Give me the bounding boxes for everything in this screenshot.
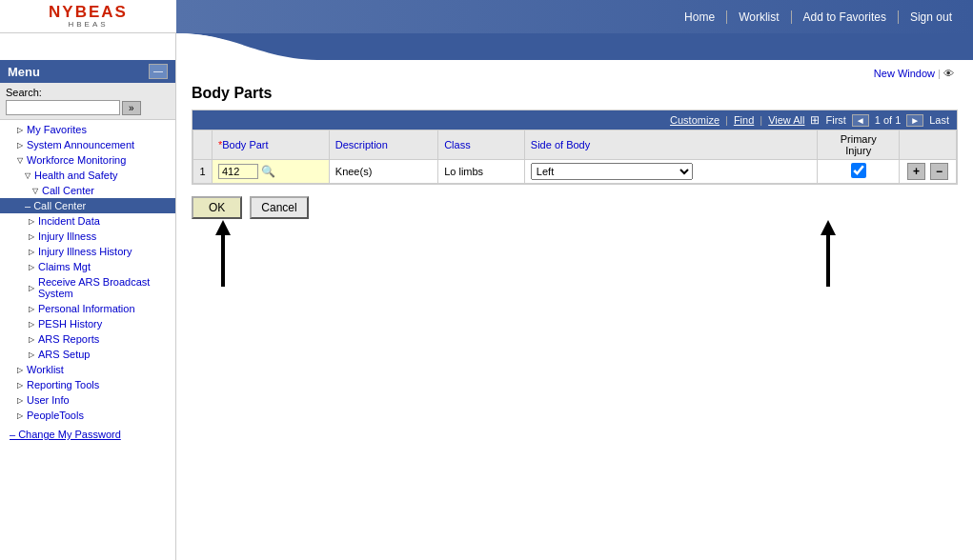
side-of-body-select[interactable]: Left Right Both N/A (531, 163, 693, 180)
pagination-first: First (825, 114, 845, 126)
logo-subtext: HBEAS (68, 20, 108, 29)
change-password-link[interactable]: – Change My Password (0, 425, 175, 444)
row-number: 1 (193, 160, 213, 184)
sidebar-link-worklist[interactable]: Worklist (27, 364, 64, 375)
body-part-cell: 🔍 (213, 160, 330, 184)
sidebar-item-incident-data[interactable]: ▷ Incident Data (0, 213, 175, 229)
triangle-icon: ▽ (25, 171, 30, 180)
nav-home[interactable]: Home (673, 10, 727, 24)
sidebar-item-personal-info[interactable]: ▷ Personal Information (0, 301, 175, 316)
sidebar-link-workforce-monitoring[interactable]: Workforce Monitoring (27, 154, 126, 166)
col-class-header: Class (438, 130, 525, 160)
top-nav: Home Worklist Add to Favorites Sign out (673, 0, 973, 33)
nav-sign-out[interactable]: Sign out (899, 10, 963, 24)
sidebar-link-reporting-tools[interactable]: Reporting Tools (27, 379, 99, 390)
sidebar-item-call-center[interactable]: – Call Center (0, 198, 175, 213)
sidebar-minimize-button[interactable]: — (149, 64, 168, 79)
sidebar-item-claims-mgt[interactable]: ▷ Claims Mgt (0, 259, 175, 274)
sidebar-item-injury-illness-history[interactable]: ▷ Injury Illness History (0, 244, 175, 259)
body-part-input[interactable] (218, 164, 258, 179)
nav-worklist[interactable]: Worklist (727, 10, 791, 24)
sidebar-link-receive-ars[interactable]: Receive ARS Broadcast System (38, 276, 170, 299)
sidebar-item-ars-reports[interactable]: ▷ ARS Reports (0, 331, 175, 347)
toolbar-sep2: | (760, 114, 762, 126)
sidebar-item-health-safety[interactable]: ▽ Health and Safety (0, 168, 175, 183)
triangle-icon: ▷ (29, 248, 34, 256)
body-part-search-button[interactable]: 🔍 (261, 165, 275, 178)
table-row: 1 🔍 Knee(s) Lo limbs Left Right (193, 160, 957, 184)
nav-add-favorites[interactable]: Add to Favorites (792, 10, 899, 24)
sidebar-header: Menu — (0, 60, 175, 83)
sidebar-link-injury-illness-history[interactable]: Injury Illness History (38, 246, 132, 257)
prev-page-button[interactable]: ◄ (852, 114, 869, 127)
sidebar-link-call-center-parent[interactable]: Call Center (42, 185, 94, 196)
sidebar-item-favorites[interactable]: ▷ My Favorites (0, 122, 175, 137)
page-info: 1 of 1 (875, 114, 902, 126)
new-window-link[interactable]: New Window (874, 68, 935, 79)
view-all-link[interactable]: View All (768, 114, 804, 126)
add-arrow (821, 220, 836, 287)
side-of-body-cell: Left Right Both N/A (524, 160, 818, 184)
cancel-button[interactable]: Cancel (250, 196, 308, 219)
table-toolbar: Customize | Find | View All ⊞ First ◄ 1 … (193, 110, 957, 130)
col-primary-injury-header: PrimaryInjury (818, 130, 900, 160)
sidebar-link-ars-reports[interactable]: ARS Reports (38, 333, 99, 345)
primary-injury-cell (818, 160, 900, 184)
col-side-of-body-header: Side of Body (524, 130, 818, 160)
search-go-button[interactable]: » (122, 101, 141, 115)
add-arrow-shaft (826, 235, 830, 287)
triangle-icon: ▷ (17, 126, 23, 134)
sidebar-link-health-safety[interactable]: Health and Safety (34, 170, 117, 181)
grid-icon: ⊞ (810, 113, 820, 127)
sidebar-link-user-info[interactable]: User Info (27, 394, 70, 406)
find-link[interactable]: Find (734, 114, 754, 126)
search-input[interactable] (6, 100, 120, 115)
triangle-icon: ▷ (17, 411, 23, 420)
delete-row-button[interactable]: − (930, 163, 948, 180)
sidebar-link-system-announcement[interactable]: System Announcement (27, 139, 134, 150)
add-row-button[interactable]: + (907, 163, 925, 180)
sidebar-item-call-center-parent[interactable]: ▽ Call Center (0, 183, 175, 198)
action-area: OK Cancel (192, 196, 958, 310)
customize-link[interactable]: Customize (670, 114, 720, 126)
sidebar-item-ars-setup[interactable]: ▷ ARS Setup (0, 347, 175, 362)
sidebar-item-workforce-monitoring[interactable]: ▽ Workforce Monitoring (0, 152, 175, 168)
toolbar-sep1: | (725, 114, 728, 126)
sidebar-link-favorites[interactable]: My Favorites (27, 124, 87, 135)
sidebar-item-receive-ars[interactable]: ▷ Receive ARS Broadcast System (0, 274, 175, 301)
sidebar-item-pesh-history[interactable]: ▷ PESH History (0, 316, 175, 331)
main-content: New Window | 👁 Body Parts Customize | Fi… (176, 60, 973, 560)
sidebar-link-people-tools[interactable]: PeopleTools (27, 410, 84, 421)
primary-injury-checkbox[interactable] (851, 163, 866, 178)
sidebar-link-claims-mgt[interactable]: Claims Mgt (38, 261, 91, 272)
sidebar-link-injury-illness[interactable]: Injury Illness (38, 230, 96, 242)
col-body-part-header: *Body Part (213, 130, 330, 160)
ok-button[interactable]: OK (192, 196, 242, 219)
triangle-icon: ▷ (17, 381, 23, 390)
row-actions-cell: + − (900, 160, 957, 184)
search-label: Search: (6, 87, 170, 98)
sidebar-item-system-announcement[interactable]: ▷ System Announcement (0, 137, 175, 152)
sidebar-item-user-info[interactable]: ▷ User Info (0, 392, 175, 408)
sidebar-item-people-tools[interactable]: ▷ PeopleTools (0, 408, 175, 423)
sidebar-item-reporting-tools[interactable]: ▷ Reporting Tools (0, 377, 175, 392)
add-arrow-head (821, 220, 836, 235)
sidebar-item-worklist[interactable]: ▷ Worklist (0, 362, 175, 377)
pagination-last: Last (929, 114, 949, 126)
sidebar-link-incident-data[interactable]: Incident Data (38, 215, 100, 227)
new-window-bar: New Window | 👁 (192, 68, 958, 79)
triangle-icon: ▷ (29, 335, 34, 344)
sidebar-link-ars-setup[interactable]: ARS Setup (38, 349, 90, 360)
triangle-icon: ▷ (17, 141, 23, 150)
body-parts-table: *Body Part Description Class Side of Bod… (193, 130, 957, 184)
sidebar-nav: ▷ My Favorites ▷ System Announcement ▽ W… (0, 120, 175, 425)
sidebar-link-pesh-history[interactable]: PESH History (38, 318, 102, 330)
help-icon[interactable]: 👁 (943, 68, 954, 79)
sidebar-item-injury-illness[interactable]: ▷ Injury Illness (0, 229, 175, 244)
logo-text: NYBEAS (49, 4, 128, 20)
class-cell: Lo limbs (438, 160, 525, 184)
sidebar: Menu — Search: » ▷ My Favorites ▷ System… (0, 60, 176, 560)
sidebar-link-personal-info[interactable]: Personal Information (38, 303, 135, 314)
col-actions-header (900, 130, 957, 160)
next-page-button[interactable]: ► (906, 114, 923, 127)
